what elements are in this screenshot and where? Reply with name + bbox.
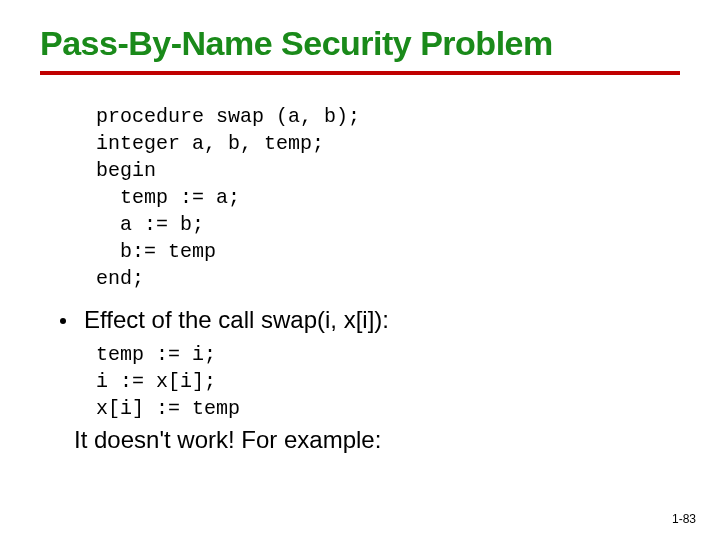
title-rule [40, 71, 680, 75]
code-procedure: procedure swap (a, b); integer a, b, tem… [96, 103, 680, 292]
page-number: 1-83 [672, 512, 696, 526]
bullet-dot-icon [60, 318, 66, 324]
slide: Pass-By-Name Security Problem procedure … [0, 0, 720, 540]
conclusion-text: It doesn't work! For example: [74, 426, 680, 454]
bullet-text: Effect of the call swap(i, x[i]): [84, 304, 389, 335]
bullet-item: Effect of the call swap(i, x[i]): [60, 304, 680, 335]
code-effect: temp := i; i := x[i]; x[i] := temp [96, 341, 680, 422]
slide-title: Pass-By-Name Security Problem [40, 24, 680, 63]
